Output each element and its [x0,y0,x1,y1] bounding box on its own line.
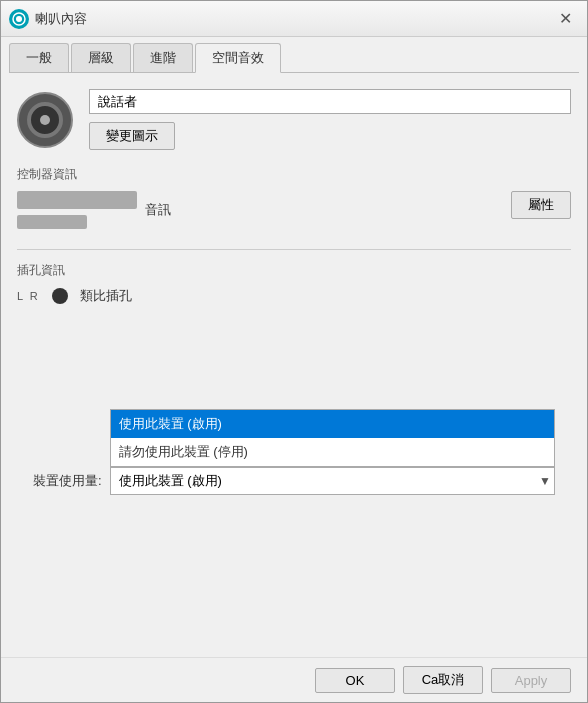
close-button[interactable]: ✕ [551,5,579,33]
dropdown-option-enable[interactable]: 使用此裝置 (啟用) [111,410,554,438]
svg-point-1 [16,16,22,22]
change-icon-button[interactable]: 變更圖示 [89,122,175,150]
speaker-icon-inner [27,102,63,138]
jack-section: 插孔資訊 L R 類比插孔 [17,262,571,305]
divider-1 [17,249,571,250]
footer-buttons: OK Ca取消 Apply [1,657,587,702]
device-usage-select-wrapper: 使用此裝置 (啟用) 請勿使用此裝置 (停用) 使用此裝置 (啟用) ▼ [110,467,555,495]
window-title: 喇叭內容 [35,10,551,28]
tab-advanced[interactable]: 進階 [133,43,193,72]
tab-levels[interactable]: 層級 [71,43,131,72]
properties-button[interactable]: 屬性 [511,191,571,219]
dropdown-option-disable[interactable]: 請勿使用此裝置 (停用) [111,438,554,466]
jack-type-label: 類比插孔 [80,287,132,305]
speaker-info: 變更圖示 [89,89,571,150]
lr-label: L R [17,290,40,302]
content-area: 變更圖示 控制器資訊 音訊 屬性 [1,73,587,657]
speaker-device-icon [17,92,73,148]
device-usage-row: 裝置使用量: 使用此裝置 (啟用) 請勿使用此裝置 (停用) 使用此裝置 (啟用… [17,467,571,503]
jack-section-label: 插孔資訊 [17,262,571,279]
speaker-section: 變更圖示 [17,89,571,150]
controller-label: 控制器資訊 [17,166,571,183]
device-usage-dropdown: 使用此裝置 (啟用) 請勿使用此裝置 (停用) [110,409,555,467]
jack-dot-icon [52,288,68,304]
ok-button[interactable]: OK [315,668,395,693]
controller-row: 音訊 屬性 [17,191,571,233]
controller-type-label: 音訊 [145,201,171,219]
controller-section: 控制器資訊 音訊 屬性 [17,166,571,233]
jack-row: L R 類比插孔 [17,287,571,305]
select-display[interactable]: 使用此裝置 (啟用) ▼ [110,467,555,495]
select-current-value: 使用此裝置 (啟用) [119,472,546,490]
controller-type-row: 音訊 [17,191,503,229]
tab-general[interactable]: 一般 [9,43,69,72]
dialog-window: 喇叭內容 ✕ 一般 層級 進階 空間音效 變更圖示 控制器資訊 [0,0,588,703]
cancel-button[interactable]: Ca取消 [403,666,483,694]
controller-bar-placeholder [17,191,137,229]
speaker-icon-dot [40,115,50,125]
tab-spatial[interactable]: 空間音效 [195,43,281,73]
title-bar: 喇叭內容 ✕ [1,1,587,37]
tab-bar: 一般 層級 進階 空間音效 [1,37,587,72]
app-icon [9,9,29,29]
apply-button[interactable]: Apply [491,668,571,693]
controller-info: 音訊 [17,191,503,233]
device-usage-label: 裝置使用量: [33,472,102,490]
speaker-name-input[interactable] [89,89,571,114]
